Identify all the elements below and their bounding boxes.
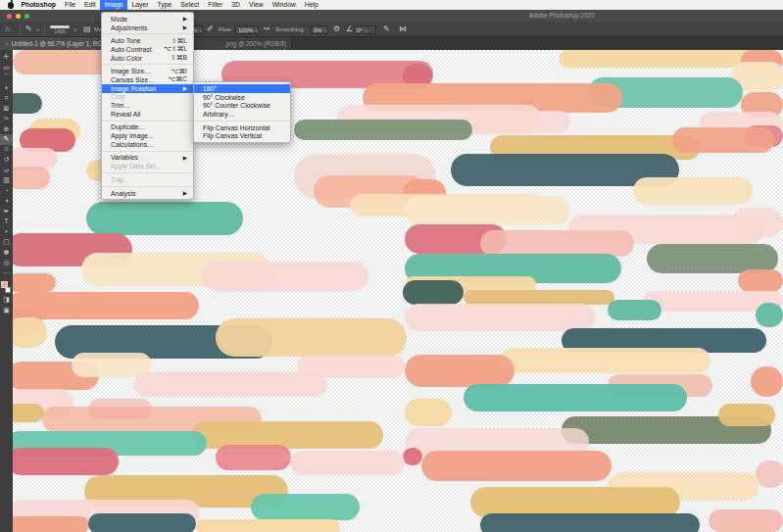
paint-stroke [461,111,570,133]
shape-tool[interactable]: ▢ [0,237,13,248]
submenu-item-flip-canvas-horizontal[interactable]: Flip Canvas Horizontal [194,123,290,132]
menubar-item-file[interactable]: File [61,0,80,10]
pen-tool[interactable]: ✒ [0,207,13,218]
move-tool[interactable]: ✛ [0,52,13,63]
menubar-item-3d[interactable]: 3D [227,0,245,10]
menu-item-auto-contrast[interactable]: Auto Contrast⌥⇧⌘L [102,45,193,54]
paint-stroke [13,93,42,114]
menu-item-image-rotation[interactable]: Image Rotation▶ [102,84,193,93]
foreground-color-swatch[interactable] [1,281,8,288]
menu-item-label: Flip Canvas Vertical [203,132,262,139]
minimize-window-button[interactable] [16,14,21,19]
healing-brush-tool[interactable]: ⊕ [0,124,13,135]
submenu-item-flip-canvas-vertical[interactable]: Flip Canvas Vertical [194,131,290,140]
menu-item-auto-tone[interactable]: Auto Tone⇧⌘L [102,36,193,45]
airbrush-flow-icon[interactable]: ✑ [264,22,270,37]
brush-angle-value[interactable]: 0°∨ [354,25,376,34]
menubar-item-edit[interactable]: Edit [79,0,100,10]
brush-preview[interactable]: 1400 [49,24,71,35]
menu-item-mode[interactable]: Mode▶ [102,15,193,24]
menu-item-adjustments[interactable]: Adjustments▶ [102,24,193,32]
chevron-down-icon: ∨ [365,27,368,33]
menubar-item-window[interactable]: Window [268,0,300,10]
zoom-tool[interactable]: ◎ [0,258,13,268]
paint-stroke [290,451,405,475]
menu-item-analysis[interactable]: Analysis▶ [102,189,193,198]
menu-item-trim[interactable]: Trim… [102,101,193,110]
menu-item-canvas-size[interactable]: Canvas Size…⌥⌘C [102,75,193,84]
airbrush-opacity-icon[interactable]: ✐ [207,22,214,37]
paint-stroke [133,372,327,397]
paint-stroke [294,120,472,140]
paint-stroke [403,448,422,465]
edit-toolbar[interactable]: ⋯ [0,268,13,279]
brush-panel-toggle-icon[interactable]: ▤ [83,22,91,37]
smoothing-gear-icon[interactable]: ⚙ [333,22,340,37]
color-swatches[interactable] [0,280,13,295]
brush-tool-preset-icon[interactable]: ✎ [25,22,32,37]
menu-item-shortcut: ⌥⌘C [168,75,187,83]
frame-tool[interactable]: ⊠ [0,104,13,115]
menu-item-label: Trim… [111,102,130,109]
brush-tool[interactable]: ✎ [0,134,13,145]
submenu-item-arbitrary[interactable]: Arbitrary… [194,110,290,119]
clone-stamp-tool[interactable]: ⌑ [0,145,13,156]
eyedropper-tool[interactable]: ✑ [0,114,13,124]
menubar-item-photoshop[interactable]: Photoshop [17,0,61,10]
apple-menu-icon[interactable] [8,2,14,9]
menu-item-auto-color[interactable]: Auto Color⇧⌘B [102,54,193,63]
chevron-down-icon: ∨ [255,27,259,33]
menubar-item-type[interactable]: Type [153,0,176,10]
quick-mask-icon[interactable]: ◨ [0,295,13,306]
chevron-down-icon[interactable]: ∨ [73,22,77,37]
submenu-item-180[interactable]: 180° [194,84,290,93]
paint-stroke [13,167,50,189]
paint-symmetry-icon[interactable]: ⋈ [399,22,407,37]
menu-item-trap: Trap… [102,175,193,184]
blur-tool[interactable]: ◔ [0,186,13,197]
eraser-tool[interactable]: ▱ [0,166,13,176]
paint-stroke [13,448,119,475]
zoom-window-button[interactable] [24,14,29,19]
flow-label: Flow: [219,22,232,37]
smoothing-select[interactable]: 0%∨ [311,25,327,34]
menu-item-image-size[interactable]: Image Size…⌥⌘I [102,67,193,75]
hand-tool[interactable]: ✽ [0,248,13,259]
type-tool[interactable]: T [0,217,13,227]
menu-item-crop: Crop [102,93,193,102]
pressure-size-icon[interactable]: ✎ [383,22,390,37]
paint-stroke [756,460,783,488]
menu-item-apply-image[interactable]: Apply Image… [102,131,193,140]
quick-selection-tool[interactable]: ⌖ [0,83,13,94]
tab-close-icon[interactable]: × [5,40,9,47]
crop-tool[interactable]: ⌗ [0,93,13,104]
submenu-arrow-icon: ▶ [183,24,187,30]
chevron-down-icon[interactable]: ∨ [36,22,40,37]
menubar-item-image[interactable]: Image [100,0,127,10]
history-brush-tool[interactable]: ↺ [0,155,13,166]
dodge-tool[interactable]: ◑ [0,196,13,207]
lasso-tool[interactable]: ⌒ [0,73,13,83]
gradient-tool[interactable]: ▥ [0,175,13,186]
path-selection-tool[interactable]: ‣ [0,227,13,238]
close-window-button[interactable] [7,14,12,19]
paint-stroke [216,445,291,470]
flow-select[interactable]: 100%∨ [235,25,259,34]
menubar-item-help[interactable]: Help [300,0,322,10]
menu-item-label: Image Rotation [111,85,156,92]
menubar-item-filter[interactable]: Filter [204,0,227,10]
submenu-item-90-clockwise[interactable]: 90° Clockwise [194,93,290,102]
menubar-item-layer[interactable]: Layer [127,0,153,10]
marquee-tool[interactable]: ▭ [0,63,13,73]
menubar-item-select[interactable]: Select [176,0,204,10]
screen-mode-icon[interactable]: ▣ [0,306,13,316]
submenu-item-90-counter-clockwise[interactable]: 90° Counter Clockwise [194,101,290,110]
menu-item-duplicate[interactable]: Duplicate… [102,123,193,132]
menu-item-variables[interactable]: Variables▶ [102,154,193,163]
home-icon[interactable]: ⌂ [5,22,10,37]
menubar-item-view[interactable]: View [245,0,269,10]
menu-item-calculations[interactable]: Calculations… [102,140,193,149]
menu-item-reveal-all[interactable]: Reveal All [102,110,193,119]
brush-angle-icon[interactable]: ∠ [346,22,353,37]
menu-item-label: Analysis [111,190,135,197]
